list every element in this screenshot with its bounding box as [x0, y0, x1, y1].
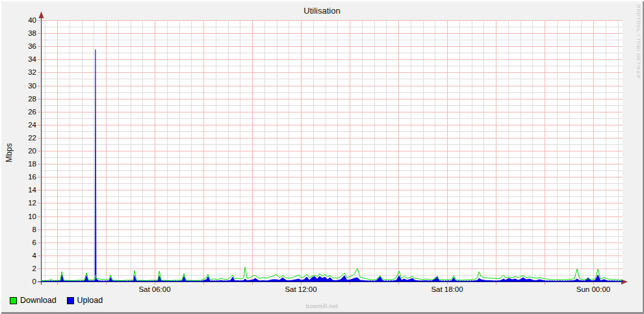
- svg-text:2: 2: [32, 265, 36, 272]
- svg-text:34: 34: [28, 55, 36, 63]
- rrdtool-credit: RRDTOOL / TOBI OETIKER: [636, 5, 641, 79]
- svg-text:18: 18: [28, 160, 36, 168]
- svg-text:Sat 06:00: Sat 06:00: [138, 285, 170, 293]
- svg-text:Sat 18:00: Sat 18:00: [431, 285, 463, 293]
- svg-text:28: 28: [28, 95, 36, 103]
- svg-text:30: 30: [28, 82, 36, 90]
- svg-text:36: 36: [28, 42, 36, 50]
- svg-text:16: 16: [28, 173, 36, 181]
- svg-text:20: 20: [28, 147, 36, 155]
- svg-text:40: 40: [28, 16, 36, 24]
- svg-text:12: 12: [28, 199, 36, 207]
- svg-text:4: 4: [32, 252, 37, 259]
- svg-text:38: 38: [28, 29, 36, 37]
- svg-text:24: 24: [28, 121, 36, 129]
- rrd-graph-window: 0246810121416182022242628303234363840Sat…: [0, 0, 644, 314]
- svg-text:Sat 12:00: Sat 12:00: [285, 285, 316, 293]
- y-axis-label: Mbps: [5, 143, 14, 162]
- svg-text:26: 26: [28, 108, 36, 116]
- utilisation-chart-canvas: 0246810121416182022242628303234363840Sat…: [0, 0, 644, 314]
- svg-text:Sun 00:00: Sun 00:00: [576, 285, 610, 293]
- page-title: Utilisation: [0, 6, 644, 16]
- svg-text:6: 6: [32, 239, 36, 246]
- svg-text:22: 22: [28, 134, 36, 142]
- svg-text:32: 32: [28, 68, 36, 76]
- svg-text:8: 8: [32, 226, 36, 233]
- svg-text:10: 10: [28, 213, 36, 220]
- watermark: bowmill.net: [0, 303, 644, 309]
- svg-text:14: 14: [28, 186, 36, 194]
- svg-text:0: 0: [32, 278, 36, 285]
